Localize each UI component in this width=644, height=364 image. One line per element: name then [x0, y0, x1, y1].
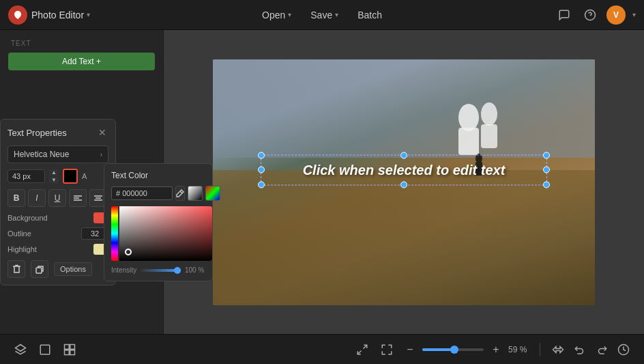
left-sidebar: TEXT Add Text + Text Properties ✕ Helvet… — [0, 30, 164, 334]
highlight-row: Highlight — [8, 244, 108, 255]
add-text-button[interactable]: Add Text + — [8, 53, 155, 70]
zoom-thumb — [450, 346, 458, 354]
color-picker-cursor — [125, 249, 132, 255]
svg-rect-19 — [70, 344, 75, 349]
svg-rect-8 — [36, 268, 42, 273]
font-size-input[interactable] — [8, 169, 45, 183]
zoom-slider[interactable] — [422, 348, 484, 351]
svg-line-23 — [357, 350, 361, 354]
align-left-button[interactable] — [69, 189, 87, 207]
separator — [540, 343, 540, 356]
help-icon-btn[interactable] — [581, 5, 600, 25]
gradient-btn-2[interactable] — [205, 186, 220, 201]
hue-strip[interactable] — [111, 206, 118, 261]
font-size-down[interactable]: ▼ — [49, 177, 59, 184]
gradient-btn-1[interactable] — [188, 186, 203, 201]
chat-icon-btn[interactable] — [555, 5, 574, 25]
undo-icon-btn[interactable] — [570, 340, 589, 359]
delete-text-button[interactable] — [8, 260, 25, 278]
svg-point-10 — [458, 104, 479, 131]
text-props-bottom-toolbar: Options — [8, 260, 108, 278]
zoom-controls: − + 59 % — [402, 341, 531, 358]
svg-rect-13 — [481, 124, 497, 148]
redo-icon-btn[interactable] — [592, 340, 611, 359]
svg-line-9 — [180, 191, 182, 193]
app-logo — [8, 5, 27, 25]
svg-marker-16 — [16, 344, 26, 351]
underline-button[interactable]: U — [48, 189, 66, 207]
outline-row: Outline — [8, 227, 108, 240]
handle-top-right[interactable] — [543, 152, 550, 158]
fit-icon-btn[interactable] — [353, 340, 372, 359]
canvas-text-content[interactable]: Click when selected to edit text — [303, 162, 506, 178]
handle-bottom-right[interactable] — [543, 181, 550, 188]
handle-top-left[interactable] — [258, 152, 265, 158]
text-color-popup: Text Color — [104, 163, 213, 281]
color-picker-area[interactable] — [111, 206, 212, 262]
text-props-title: Text Properties — [8, 128, 67, 138]
main-layout: TEXT Add Text + Text Properties ✕ Helvet… — [0, 30, 644, 334]
photo-canvas: Click when selected to edit text — [213, 59, 595, 305]
font-size-row: ▲ ▼ A — [8, 169, 108, 184]
bold-button[interactable]: B — [8, 189, 25, 207]
color-hex-row — [111, 186, 205, 201]
bottom-bar: − + 59 % — [0, 334, 644, 364]
hex-color-input[interactable] — [111, 186, 173, 200]
app-title[interactable]: Photo Editor ▾ — [31, 10, 90, 20]
nav-menu: Open ▾ Save ▾ Batch — [254, 7, 390, 23]
history-icon-btn[interactable] — [614, 340, 633, 359]
layers-icon-btn[interactable] — [11, 340, 30, 359]
nav-batch[interactable]: Batch — [349, 7, 390, 23]
eyedropper-button[interactable] — [175, 186, 185, 201]
crop-icon-btn[interactable] — [35, 340, 55, 359]
app-title-chevron: ▾ — [87, 11, 90, 18]
background-row: Background — [8, 212, 108, 223]
nav-save[interactable]: Save ▾ — [302, 7, 347, 23]
zoom-out-button[interactable]: − — [402, 341, 418, 358]
zoom-in-button[interactable]: + — [488, 341, 504, 358]
font-selector[interactable]: Helvetica Neue › — [8, 145, 108, 163]
options-button[interactable]: Options — [54, 262, 92, 276]
grid-icon-btn[interactable] — [60, 340, 79, 359]
canvas-area: Click when selected to edit text — [164, 30, 644, 334]
flip-icon-btn[interactable] — [548, 340, 568, 359]
zoom-value: 59 % — [508, 345, 531, 354]
gradient-buttons — [188, 186, 220, 201]
close-text-props-button[interactable]: ✕ — [96, 126, 108, 139]
svg-rect-18 — [65, 344, 70, 349]
expand-icon-btn[interactable] — [377, 340, 396, 359]
duplicate-text-button[interactable] — [31, 260, 48, 278]
user-avatar[interactable]: V — [606, 5, 626, 25]
handle-bottom-left[interactable] — [258, 181, 265, 188]
svg-rect-17 — [40, 345, 50, 354]
handle-middle-left[interactable] — [258, 167, 265, 173]
text-properties-panel: Text Properties ✕ Helvetica Neue › ▲ ▼ A… — [0, 119, 116, 285]
text-selection-box[interactable]: Click when selected to edit text — [261, 154, 547, 185]
saturation-area[interactable] — [119, 206, 212, 261]
font-size-up[interactable]: ▲ — [49, 169, 59, 176]
svg-line-22 — [364, 345, 367, 348]
intensity-row: Intensity 100 % — [111, 266, 205, 274]
font-size-spinners: ▲ ▼ — [49, 169, 59, 184]
landscape-ground — [213, 170, 595, 305]
text-color-title: Text Color — [111, 171, 205, 180]
svg-rect-21 — [70, 350, 75, 354]
text-color-swatch[interactable] — [63, 169, 78, 184]
bottom-right-icons — [548, 340, 633, 359]
top-navigation: Photo Editor ▾ Open ▾ Save ▾ Batch — [0, 0, 644, 30]
svg-rect-20 — [65, 350, 70, 354]
handle-middle-right[interactable] — [543, 167, 550, 173]
nav-open[interactable]: Open ▾ — [254, 7, 299, 23]
nav-right: V ▾ — [555, 5, 636, 25]
handle-bottom-middle[interactable] — [400, 181, 407, 188]
sidebar-section-text: TEXT — [0, 36, 163, 50]
text-props-header: Text Properties ✕ — [8, 126, 108, 139]
intensity-slider[interactable] — [141, 269, 181, 272]
text-style-row: B I U — [8, 189, 108, 207]
sky-area — [213, 59, 595, 158]
user-chevron: ▾ — [632, 11, 636, 18]
intensity-thumb — [174, 267, 181, 274]
handle-top-middle[interactable] — [400, 152, 407, 158]
svg-rect-11 — [458, 128, 479, 155]
italic-button[interactable]: I — [28, 189, 46, 207]
